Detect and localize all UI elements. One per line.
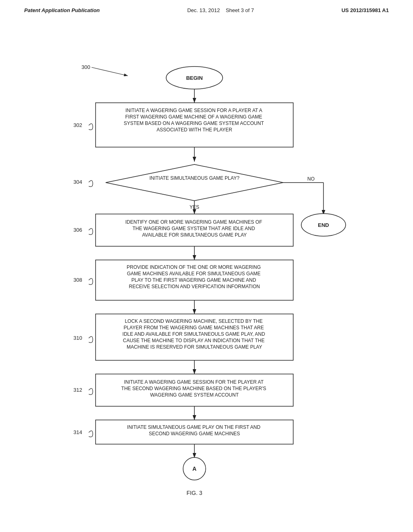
ref-304-label: 304 xyxy=(73,179,82,185)
header-right: US 2012/315981 A1 xyxy=(342,7,389,13)
flowchart-svg: 300 BEGIN INITIATE A WAGERING GAME SESSI… xyxy=(33,25,380,509)
ref-308-label: 308 xyxy=(73,277,82,283)
ref-314-bracket xyxy=(89,431,93,437)
ref-306-bracket xyxy=(89,229,93,235)
diagram-area: 300 BEGIN INITIATE A WAGERING GAME SESSI… xyxy=(0,17,413,525)
ref-302-label: 302 xyxy=(73,122,82,128)
ref-312-bracket xyxy=(89,389,93,395)
ref-300-label: 300 xyxy=(81,64,90,70)
ref-308-bracket xyxy=(89,278,93,285)
ref-306-label: 306 xyxy=(73,227,82,233)
ref-310-label: 310 xyxy=(73,335,82,341)
no-label: NO xyxy=(307,176,315,182)
header-left: Patent Application Publication xyxy=(24,7,100,13)
page-header: Patent Application Publication Dec. 13, … xyxy=(0,0,413,17)
begin-label: BEGIN xyxy=(186,75,202,81)
connector-a-label: A xyxy=(192,466,196,472)
node-306-text: IDENTIFY ONE OR MORE WAGERING GAME MACHI… xyxy=(125,219,264,238)
header-center: Dec. 13, 2012 Sheet 3 of 7 xyxy=(187,7,254,13)
fig-label: FIG. 3 xyxy=(187,490,202,496)
node-304-text: INITIATE SIMULTANEOUS GAME PLAY? xyxy=(149,175,239,181)
node-304-diamond xyxy=(106,164,283,201)
ref-304-bracket xyxy=(89,181,93,187)
end-label: END xyxy=(318,222,329,228)
ref-314-label: 314 xyxy=(73,429,82,435)
ref-310-bracket xyxy=(89,337,93,343)
node-310-text: LOCK A SECOND WAGERING MACHINE, SELECTED… xyxy=(123,318,267,350)
ref-302-bracket xyxy=(89,124,93,130)
ref-300-arrow xyxy=(92,67,128,76)
ref-312-label: 312 xyxy=(73,387,82,393)
